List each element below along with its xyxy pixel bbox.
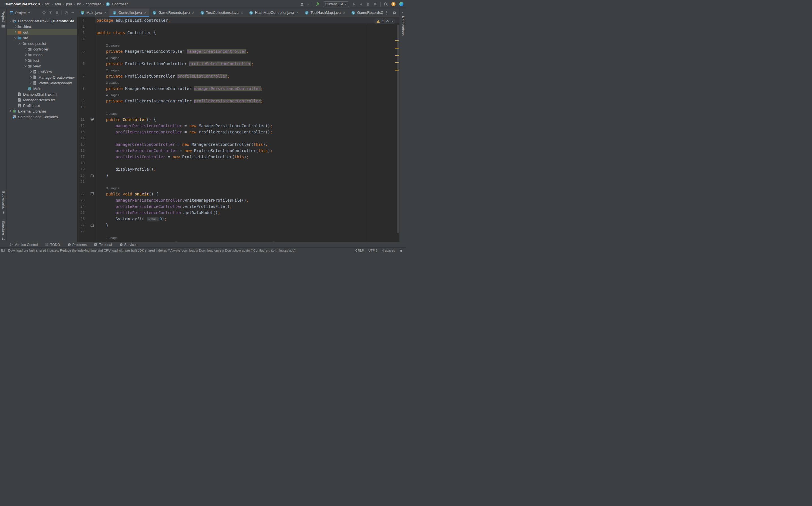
chevron-right-icon[interactable] xyxy=(24,54,27,56)
line-number[interactable]: 1 xyxy=(77,17,85,23)
debug-button[interactable] xyxy=(359,2,363,6)
chevron-right-icon[interactable] xyxy=(13,26,17,27)
stop-button[interactable] xyxy=(373,2,377,6)
status-item[interactable]: UTF-8 xyxy=(368,249,378,252)
line-number[interactable]: 29 xyxy=(77,241,85,242)
user-icon[interactable] xyxy=(300,2,304,6)
next-problem-icon[interactable] xyxy=(391,19,393,22)
toolwindow-problems[interactable]: Problems xyxy=(67,243,87,247)
chevron-right-icon[interactable] xyxy=(13,31,17,33)
code-text[interactable] xyxy=(95,178,399,185)
inlay-usages[interactable]: 2 usages xyxy=(95,67,399,73)
usages-hint[interactable]: 1 usage xyxy=(106,112,118,115)
code-text[interactable]: System.exit( status:0); xyxy=(95,216,399,222)
user-dropdown-arrow[interactable]: ▾ xyxy=(307,3,309,6)
chevron-down-icon[interactable] xyxy=(19,43,22,44)
chevron-right-icon[interactable] xyxy=(29,71,32,73)
line-number[interactable]: 10 xyxy=(77,104,85,110)
close-icon[interactable]: × xyxy=(241,10,243,15)
tree-item-managercreationview[interactable]: ManagerCreationView xyxy=(7,75,77,80)
code-text[interactable] xyxy=(95,228,399,234)
inlay-usages[interactable]: 3 usages xyxy=(95,185,399,191)
code-text[interactable]: public void onExit() { xyxy=(95,191,399,197)
close-icon[interactable]: × xyxy=(192,10,194,15)
fold-end-icon[interactable] xyxy=(91,224,94,227)
chevron-right-icon[interactable] xyxy=(24,48,27,50)
line-number[interactable]: 18 xyxy=(77,160,85,166)
toolwindow-todo[interactable]: TODO xyxy=(45,243,60,247)
chevron-down-icon[interactable]: ▾ xyxy=(28,11,30,14)
ide-gradient-icon[interactable] xyxy=(399,2,404,6)
line-number[interactable]: 4 xyxy=(77,36,85,42)
inlay-usages[interactable]: 1 usage xyxy=(95,234,399,241)
stripe-bookmarks-button[interactable]: Bookmarks xyxy=(0,191,7,215)
code-text[interactable]: displayProfile(); xyxy=(95,166,399,172)
warning-stripe-mark[interactable] xyxy=(395,55,399,56)
line-number[interactable]: 22 xyxy=(77,191,85,197)
toolwindow-terminal[interactable]: Terminal xyxy=(94,243,112,247)
usages-hint[interactable]: 1 usage xyxy=(106,236,118,240)
tab-main-java[interactable]: CMain.java× xyxy=(77,8,109,17)
line-number[interactable]: 28 xyxy=(77,228,85,234)
code-text[interactable] xyxy=(95,135,399,141)
line-number[interactable]: 23 xyxy=(77,197,85,203)
inlay-usages[interactable]: 3 usages xyxy=(95,55,399,61)
tab-hashmapcontroller-java[interactable]: CHashMapController.java× xyxy=(246,8,302,17)
chevron-right-icon[interactable] xyxy=(29,82,32,84)
line-number[interactable]: 17 xyxy=(77,154,85,160)
code-text[interactable]: managerPersistenceController = new Manag… xyxy=(95,123,399,129)
line-number[interactable]: 6 xyxy=(77,61,85,67)
line-number[interactable]: 8 xyxy=(77,85,85,92)
code-text[interactable] xyxy=(95,160,399,166)
unlock-icon[interactable] xyxy=(400,249,403,252)
run-configuration-selector[interactable]: Current File ▾ xyxy=(323,1,349,7)
tree-item-scratches-and-consoles[interactable]: Scratches and Consoles xyxy=(7,114,77,119)
breadcrumb-item[interactable]: controller xyxy=(86,2,101,6)
line-number[interactable] xyxy=(77,79,85,85)
line-number[interactable]: 26 xyxy=(77,216,85,222)
usages-hint[interactable]: 4 usages xyxy=(106,93,119,97)
stripe-notifications-button[interactable]: Notifications xyxy=(400,11,406,35)
chevron-down-icon[interactable] xyxy=(13,37,17,38)
tree-item-test[interactable]: test xyxy=(7,58,77,63)
code-text[interactable]: private ProfileSelectionController profi… xyxy=(95,61,399,67)
breadcrumb-item[interactable]: Controller xyxy=(112,2,128,6)
line-number[interactable]: 24 xyxy=(77,203,85,209)
tree-item-diamondstattrax2-0[interactable]: DiamondStatTrax2.0 [DiamondSta xyxy=(7,18,77,24)
tab-gamerecordscontroller-java[interactable]: CGameRecordsController.java× xyxy=(348,8,383,17)
line-number[interactable] xyxy=(77,42,85,48)
usages-hint[interactable]: 2 usages xyxy=(106,44,119,47)
tree-item-profiles-txt[interactable]: Profiles.txt xyxy=(7,103,77,108)
tree-item-main[interactable]: CMain xyxy=(7,86,77,91)
project-panel-title[interactable]: Project xyxy=(15,11,26,15)
line-number[interactable]: 21 xyxy=(77,178,85,185)
layout-panel-icon[interactable] xyxy=(1,249,5,252)
line-number[interactable]: 7 xyxy=(77,73,85,79)
tree-item-managerprofiles-txt[interactable]: ManagerProfiles.txt xyxy=(7,97,77,103)
inlay-usages[interactable]: 4 usages xyxy=(95,92,399,98)
code-text[interactable]: public Controller() { xyxy=(95,116,399,123)
editor[interactable]: 1package edu.psu.ist.controller;23public… xyxy=(77,17,399,242)
code-text[interactable]: } xyxy=(95,172,399,178)
code-text[interactable]: private ManagerCreationController manage… xyxy=(95,48,399,55)
breadcrumb-item[interactable]: ist xyxy=(77,2,81,6)
stripe-structure-button[interactable]: Structure xyxy=(0,221,7,241)
fold-collapse-icon[interactable] xyxy=(91,192,94,196)
line-number[interactable]: 16 xyxy=(77,148,85,154)
tree-item-model[interactable]: model xyxy=(7,52,77,58)
run-coverage-button[interactable] xyxy=(366,2,370,6)
run-button[interactable] xyxy=(352,2,356,6)
status-item[interactable]: 4 spaces xyxy=(382,249,395,252)
chevron-right-icon[interactable] xyxy=(8,110,12,112)
tab-testhashmap-java[interactable]: CTestHashMap.java× xyxy=(302,8,348,17)
line-number[interactable]: 19 xyxy=(77,166,85,172)
tab-testcollections-java[interactable]: CTestCollections.java× xyxy=(197,8,246,17)
code-text[interactable]: private ProfilePersistenceController pro… xyxy=(95,98,399,104)
line-number[interactable] xyxy=(77,110,85,116)
line-number[interactable]: 2 xyxy=(77,23,85,29)
tree-item-controller[interactable]: controller xyxy=(7,46,77,52)
chevron-down-icon[interactable] xyxy=(24,66,27,67)
tree-item-out[interactable]: out xyxy=(7,29,77,35)
code-text[interactable]: } xyxy=(95,222,399,228)
tab-controller-java[interactable]: CController.java× xyxy=(109,8,149,17)
